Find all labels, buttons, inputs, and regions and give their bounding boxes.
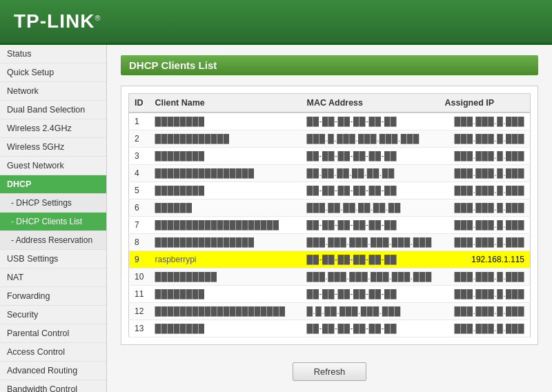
row-mac: ██-██-██-██-██-██ [302, 286, 440, 303]
row-mac: ███.███.███.███.███.███ [302, 234, 440, 251]
row-name: ████████ [150, 182, 302, 199]
row-id: 1 [129, 112, 150, 130]
row-ip: ███.███.█.███ [440, 303, 531, 320]
row-name: ██████████ [150, 268, 302, 286]
sidebar-item-security[interactable]: Security [0, 306, 106, 324]
sidebar-item-usb-settings[interactable]: USB Settings [0, 250, 106, 268]
table-row: 9raspberrypi██-██-██-██-██-██192.168.1.1… [129, 251, 531, 268]
row-name: ████████ [150, 286, 302, 303]
sidebar-item-network[interactable]: Network [0, 82, 106, 101]
row-name: ████████ [150, 148, 302, 165]
row-ip: ███.███.█.███ [440, 268, 531, 286]
row-ip: ███.███.█.███ [440, 130, 531, 148]
sidebar-item-wireless-24[interactable]: Wireless 2.4GHz [0, 119, 106, 138]
sidebar-item-status[interactable]: Status [0, 45, 106, 63]
table-row: 2███████████████.█.███.███.███.██████.██… [129, 130, 531, 148]
table-row: 10█████████████.███.███.███.███.██████.█… [129, 268, 531, 286]
row-name: ████████████ [150, 130, 302, 148]
row-mac: ███.███.███.███.███.███ [302, 268, 440, 286]
row-mac: █.█.██.███.███.███ [302, 303, 440, 320]
sidebar-item-forwarding[interactable]: Forwarding [0, 287, 106, 306]
row-ip: 192.168.1.115 [440, 251, 531, 268]
row-ip: ███.███.█.███ [440, 165, 531, 182]
sidebar-item-dhcp-clients[interactable]: - DHCP Clients List [0, 213, 106, 231]
table-header: ID Client Name MAC Address Assigned IP [129, 94, 531, 113]
sidebar-item-adv-routing[interactable]: Advanced Routing [0, 362, 106, 380]
logo: TP-LINK® [14, 10, 101, 32]
sidebar-item-wireless-5[interactable]: Wireless 5GHz [0, 138, 106, 157]
table-row: 3██████████-██-██-██-██-█████.███.█.███ [129, 148, 531, 165]
table-row: 13██████████-██-██-██-██-█████.███.█.███ [129, 320, 531, 337]
row-ip: ███.███.█.███ [440, 234, 531, 251]
page-title: DHCP Clients List [121, 55, 538, 75]
sidebar-item-access-control[interactable]: Access Control [0, 343, 106, 362]
row-mac: ██-██-██-██-██-██ [302, 217, 440, 234]
table-container: ID Client Name MAC Address Assigned IP 1… [121, 86, 538, 345]
row-name: ████████████████ [150, 234, 302, 251]
row-id: 9 [129, 251, 150, 268]
col-mac: MAC Address [302, 94, 440, 113]
main-content: DHCP Clients List ID Client Name MAC Add… [107, 45, 552, 392]
col-ip: Assigned IP [440, 94, 531, 113]
col-name: Client Name [150, 94, 302, 113]
row-ip: ███.███.█.███ [440, 320, 531, 337]
row-id: 6 [129, 199, 150, 217]
sidebar-item-quick-setup[interactable]: Quick Setup [0, 63, 106, 82]
row-name: ████████████████ [150, 165, 302, 182]
row-ip: ███.███.█.███ [440, 199, 531, 217]
row-name: ████████ [150, 320, 302, 337]
row-id: 10 [129, 268, 150, 286]
row-name: █████████████████████ [150, 303, 302, 320]
sidebar-item-parental-control[interactable]: Parental Control [0, 324, 106, 343]
sidebar-item-dhcp-settings[interactable]: - DHCP Settings [0, 194, 106, 213]
sidebar-item-dhcp[interactable]: DHCP [0, 175, 106, 194]
logo-text: TP-LINK [14, 10, 95, 32]
row-id: 5 [129, 182, 150, 199]
row-ip: ███.███.█.███ [440, 182, 531, 199]
table-row: 1██████████-██-██-██-██-█████.███.█.███ [129, 112, 531, 130]
header: TP-LINK® [0, 0, 552, 45]
refresh-area: Refresh [121, 355, 538, 388]
row-ip: ███.███.█.███ [440, 286, 531, 303]
sidebar-item-dual-band[interactable]: Dual Band Selection [0, 101, 106, 119]
row-ip: ███.███.█.███ [440, 217, 531, 234]
row-id: 12 [129, 303, 150, 320]
sidebar-item-addr-reservation[interactable]: - Address Reservation [0, 231, 106, 250]
sidebar-item-bandwidth[interactable]: Bandwidth Control [0, 380, 106, 392]
row-mac: ██-██-██-██-██-██ [302, 112, 440, 130]
row-name: ████████ [150, 112, 302, 130]
row-ip: ███.███.█.███ [440, 148, 531, 165]
row-name: raspberrypi [150, 251, 302, 268]
logo-tm: ® [95, 14, 101, 22]
table-row: 8███████████████████.███.███.███.███.███… [129, 234, 531, 251]
row-mac: ██-██-██-██-██-██ [302, 320, 440, 337]
table-row: 6█████████.██.██.██.██.█████.███.█.███ [129, 199, 531, 217]
row-id: 4 [129, 165, 150, 182]
row-mac: ███.█.███.███.███.███ [302, 130, 440, 148]
row-id: 11 [129, 286, 150, 303]
row-mac: ██-██-██-██-██-██ [302, 251, 440, 268]
row-id: 2 [129, 130, 150, 148]
table-row: 4██████████████████.██.██.██.██.█████.██… [129, 165, 531, 182]
table-row: 7██████████████████████-██-██-██-██-████… [129, 217, 531, 234]
row-id: 7 [129, 217, 150, 234]
row-ip: ███.███.█.███ [440, 112, 531, 130]
row-id: 8 [129, 234, 150, 251]
table-row: 11██████████-██-██-██-██-█████.███.█.███ [129, 286, 531, 303]
table-row: 5██████████-██-██-██-██-█████.███.█.███ [129, 182, 531, 199]
row-name: ████████████████████ [150, 217, 302, 234]
layout: StatusQuick SetupNetworkDual Band Select… [0, 45, 552, 392]
row-mac: ██.██.██.██.██.██ [302, 165, 440, 182]
sidebar-item-nat[interactable]: NAT [0, 268, 106, 287]
dhcp-table: ID Client Name MAC Address Assigned IP 1… [128, 93, 531, 337]
row-mac: ███.██.██.██.██.██ [302, 199, 440, 217]
sidebar: StatusQuick SetupNetworkDual Band Select… [0, 45, 107, 392]
row-name: ██████ [150, 199, 302, 217]
row-id: 3 [129, 148, 150, 165]
sidebar-item-guest-network[interactable]: Guest Network [0, 157, 106, 175]
refresh-button[interactable]: Refresh [293, 362, 367, 381]
col-id: ID [129, 94, 150, 113]
row-mac: ██-██-██-██-██-██ [302, 182, 440, 199]
row-mac: ██-██-██-██-██-██ [302, 148, 440, 165]
row-id: 13 [129, 320, 150, 337]
